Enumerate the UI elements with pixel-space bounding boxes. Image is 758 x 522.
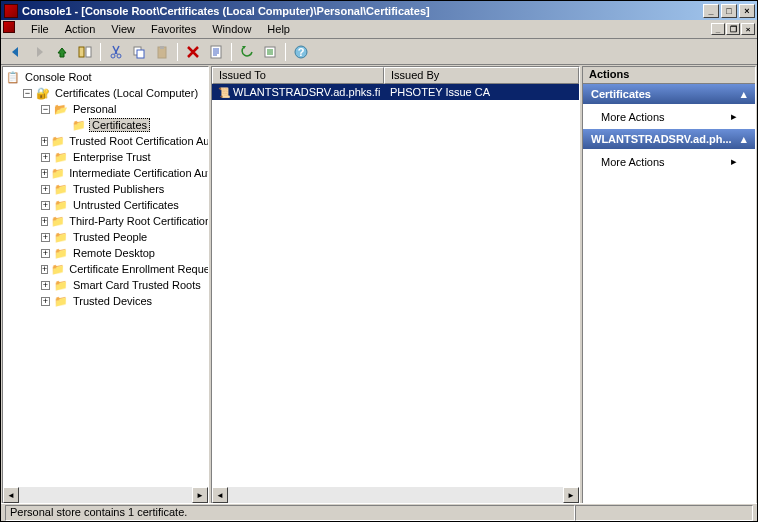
- tree-node-trusted-devices[interactable]: + Trusted Devices: [41, 293, 206, 309]
- scroll-left-button[interactable]: ◄: [3, 487, 19, 503]
- mdi-restore-button[interactable]: ❐: [726, 23, 740, 35]
- tree-label: Personal: [71, 103, 118, 115]
- scroll-track[interactable]: [228, 487, 563, 503]
- expand-icon[interactable]: +: [41, 297, 50, 306]
- collapse-icon[interactable]: −: [41, 105, 50, 114]
- refresh-button[interactable]: [236, 41, 258, 63]
- copy-button[interactable]: [128, 41, 150, 63]
- tree-node-intermediate[interactable]: + Intermediate Certification Authorities: [41, 165, 206, 181]
- tree-label: Smart Card Trusted Roots: [71, 279, 203, 291]
- minimize-button[interactable]: _: [703, 4, 719, 18]
- submenu-arrow-icon: ▸: [731, 110, 737, 123]
- svg-point-3: [117, 54, 121, 58]
- svg-text:?: ?: [298, 46, 305, 58]
- collapse-icon[interactable]: −: [23, 89, 32, 98]
- expand-icon[interactable]: +: [41, 217, 48, 226]
- properties-button[interactable]: [205, 41, 227, 63]
- list-header: Issued To Issued By: [212, 67, 579, 84]
- folder-icon: [53, 293, 69, 309]
- actions-more-certificates[interactable]: More Actions ▸: [583, 104, 755, 129]
- tree-label-selected: Certificates: [89, 118, 150, 132]
- actions-section-certificates[interactable]: Certificates ▴: [583, 84, 755, 104]
- expand-icon[interactable]: +: [41, 201, 50, 210]
- tree-node-console-root[interactable]: Console Root: [5, 69, 206, 85]
- scroll-track[interactable]: [19, 487, 192, 503]
- actions-section-selected-cert[interactable]: WLANTSTRADSRV.ad.ph... ▴: [583, 129, 755, 149]
- tree-node-certificates[interactable]: Certificates: [59, 117, 206, 133]
- back-button[interactable]: [5, 41, 27, 63]
- tree-node-personal[interactable]: − Personal: [41, 101, 206, 117]
- export-list-button[interactable]: [259, 41, 281, 63]
- mdi-close-button[interactable]: ×: [741, 23, 755, 35]
- scroll-right-button[interactable]: ►: [192, 487, 208, 503]
- expand-icon[interactable]: +: [41, 233, 50, 242]
- cell-issued-to: WLANTSTRADSRV.ad.phks.fi: [233, 86, 380, 98]
- folder-icon: [53, 181, 69, 197]
- list-row[interactable]: WLANTSTRADSRV.ad.phks.fi PHSOTEY Issue C…: [212, 84, 579, 100]
- expand-icon[interactable]: +: [41, 169, 48, 178]
- certificate-icon: [218, 85, 230, 99]
- toolbar: ?: [1, 39, 757, 65]
- actions-more-selected-cert[interactable]: More Actions ▸: [583, 149, 755, 174]
- expand-icon[interactable]: +: [41, 153, 50, 162]
- svg-rect-7: [160, 46, 164, 49]
- tree-node-third-party[interactable]: + Third-Party Root Certification Authori…: [41, 213, 206, 229]
- toolbar-separator: [285, 43, 286, 61]
- tree-node-enterprise-trust[interactable]: + Enterprise Trust: [41, 149, 206, 165]
- show-hide-tree-button[interactable]: [74, 41, 96, 63]
- delete-button[interactable]: [182, 41, 204, 63]
- folder-icon: [53, 245, 69, 261]
- tree-node-trusted-publishers[interactable]: + Trusted Publishers: [41, 181, 206, 197]
- tree-node-cert-enrollment[interactable]: + Certificate Enrollment Requests: [41, 261, 206, 277]
- menu-file[interactable]: File: [23, 21, 57, 37]
- content-area: Console Root − Certificates (Local Compu…: [1, 65, 757, 505]
- tree-label: Enterprise Trust: [71, 151, 153, 163]
- list-horizontal-scrollbar[interactable]: ◄ ►: [212, 487, 579, 503]
- paste-button: [151, 41, 173, 63]
- help-button[interactable]: ?: [290, 41, 312, 63]
- column-header-issued-by[interactable]: Issued By: [384, 67, 579, 84]
- maximize-button[interactable]: □: [721, 4, 737, 18]
- menu-favorites[interactable]: Favorites: [143, 21, 204, 37]
- tree-pane: Console Root − Certificates (Local Compu…: [2, 66, 209, 504]
- cut-button[interactable]: [105, 41, 127, 63]
- menu-help[interactable]: Help: [259, 21, 298, 37]
- menu-action[interactable]: Action: [57, 21, 104, 37]
- tree-label: Intermediate Certification Authorities: [67, 167, 208, 179]
- scroll-left-button[interactable]: ◄: [212, 487, 228, 503]
- actions-item-label: More Actions: [601, 156, 665, 168]
- tree-node-untrusted[interactable]: + Untrusted Certificates: [41, 197, 206, 213]
- close-button[interactable]: ×: [739, 4, 755, 18]
- toolbar-separator: [231, 43, 232, 61]
- expand-icon[interactable]: +: [41, 265, 48, 274]
- tree-node-trusted-people[interactable]: + Trusted People: [41, 229, 206, 245]
- expand-icon[interactable]: +: [41, 249, 50, 258]
- expand-icon[interactable]: +: [41, 185, 50, 194]
- collapse-arrow-icon: ▴: [741, 88, 747, 101]
- folder-icon: [53, 197, 69, 213]
- column-header-issued-to[interactable]: Issued To: [212, 67, 384, 84]
- expand-icon[interactable]: +: [41, 281, 50, 290]
- tree-horizontal-scrollbar[interactable]: ◄ ►: [3, 487, 208, 503]
- folder-icon: [51, 165, 65, 181]
- expand-icon[interactable]: +: [41, 137, 48, 146]
- menu-window[interactable]: Window: [204, 21, 259, 37]
- tree-label: Console Root: [23, 71, 94, 83]
- app-icon: [3, 3, 19, 19]
- tree-label: Untrusted Certificates: [71, 199, 181, 211]
- tree-node-remote-desktop[interactable]: + Remote Desktop: [41, 245, 206, 261]
- list-pane: Issued To Issued By WLANTSTRADSRV.ad.phk…: [211, 66, 580, 504]
- scroll-right-button[interactable]: ►: [563, 487, 579, 503]
- up-button[interactable]: [51, 41, 73, 63]
- mdi-minimize-button[interactable]: _: [711, 23, 725, 35]
- tree-node-smart-card[interactable]: + Smart Card Trusted Roots: [41, 277, 206, 293]
- tree-node-cert-local[interactable]: − Certificates (Local Computer): [23, 85, 206, 101]
- menu-bar: File Action View Favorites Window Help _…: [1, 20, 757, 39]
- menu-view[interactable]: View: [103, 21, 143, 37]
- tree-label: Certificates (Local Computer): [53, 87, 200, 99]
- mdi-icon: [3, 21, 19, 37]
- tree-node-trusted-root[interactable]: + Trusted Root Certification Authorities: [41, 133, 206, 149]
- tree-label: Remote Desktop: [71, 247, 157, 259]
- folder-icon: [53, 277, 69, 293]
- tree-label: Certificate Enrollment Requests: [67, 263, 208, 275]
